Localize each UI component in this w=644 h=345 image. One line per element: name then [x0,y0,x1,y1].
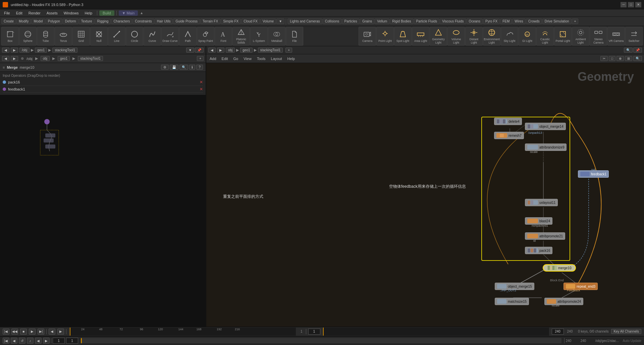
tool-volumelight[interactable]: Volume Light [447,27,465,46]
right-pin-btn[interactable]: 📌 [633,48,642,53]
right-stacking-btn[interactable]: stackingTool1 [258,48,283,53]
nav-fwd-btn[interactable]: ▶ [11,48,18,53]
node-zoom-btn[interactable]: 🔍 [179,65,188,70]
tool-grid[interactable]: Grid [72,27,90,46]
tool-gilight[interactable]: GI GI Light [519,27,536,46]
rt-zoom-btn[interactable]: 🔍 [633,56,642,61]
right-nav-fwd[interactable]: ▶ [217,48,224,53]
pb-subframe-input[interactable] [66,338,78,344]
tool-sphere[interactable]: Sphere [19,27,37,46]
tool-tube[interactable]: Tube [37,27,54,46]
toolbar-terrainfx[interactable]: Terrain FX [200,18,220,24]
rt-grid-btn[interactable]: ⊞ [625,56,632,61]
toolbar-volume[interactable]: Volume [260,18,276,24]
node-save-btn[interactable]: 💾 [170,65,178,70]
tool-envlight[interactable]: Environment Light [483,27,500,46]
menu-render[interactable]: Render [26,10,43,16]
tool-font[interactable]: A Font [215,27,232,46]
node-obj-btn[interactable]: obj [41,56,50,61]
toolbar-particles[interactable]: Particles [342,18,360,24]
node-merge10[interactable]: merge10 [543,264,576,272]
toolbar-polygon[interactable]: Polygon [46,18,62,24]
tool-drawcurve[interactable]: Draw Curve [161,27,179,46]
toolbar-lightscameras[interactable]: Lights and Cameras [287,18,322,24]
close-button[interactable]: ✕ [635,2,641,7]
tool-spraypaint[interactable]: Spray Paint [197,27,214,46]
tl-stop-btn[interactable]: ■ [20,329,27,335]
toolbar-simplefx[interactable]: Simple FX [221,18,241,24]
tl-play-btn[interactable]: ▶ [29,329,36,335]
right-search-btn[interactable]: 🔍 [624,48,633,53]
menu-edit[interactable]: Edit [13,10,25,16]
obj-path-btn[interactable]: /obj [19,48,30,53]
node-delete4[interactable]: delete4 [494,118,522,125]
node-attribrandomize9[interactable]: attribrandomize9 [525,143,567,151]
node-back-btn[interactable]: ◀ [2,56,9,61]
node-objectmerge14[interactable]: object_merge14 [525,123,566,130]
stackingtool-path-btn[interactable]: stackingTool1 [52,48,77,53]
node-feedback1[interactable]: null feedback1 [578,170,609,178]
toolbar-rigidbodies[interactable]: Rigid Bodies [390,18,413,24]
node-info-btn[interactable]: ℹ [189,65,195,70]
tool-file[interactable]: File [286,27,303,46]
window-controls[interactable]: ─ □ ✕ [621,2,641,7]
toolbar-vellum[interactable]: Vellum [375,18,389,24]
menu-assets[interactable]: Assets [44,10,60,16]
right-add-tab-btn[interactable]: + [285,48,292,53]
toolbar-modify[interactable]: Modify [16,18,31,24]
rtoolbar-tools[interactable]: Tools [256,56,267,61]
timeline-scrub-bar[interactable] [323,328,549,336]
rt-paste-btn[interactable]: ⊕ [616,56,624,61]
toolbar-constraints[interactable]: Constraints [132,18,154,24]
node-settings-btn[interactable]: ⚙ [161,65,169,70]
nav-back-btn[interactable]: ◀ [2,48,9,53]
toolbar-oceans[interactable]: Oceans [467,18,483,24]
input-remove-feedback1[interactable]: ✕ [200,87,203,92]
toolbar-collisions[interactable]: Collisions [323,18,342,24]
tool-line[interactable]: Line [108,27,125,46]
toolbar-create[interactable]: Create [1,18,16,24]
node-add-btn[interactable]: + [197,56,204,61]
key-all-channels-btn[interactable]: Key All Channels [611,329,641,334]
node-remesh7[interactable]: remesh7 [494,132,524,139]
tool-skylight[interactable]: Sky Light [501,27,518,46]
tool-causticlight[interactable]: Caustic Light [536,27,554,46]
tool-spotlight[interactable]: Spot Light [394,27,412,46]
menu-file[interactable]: File [1,10,13,16]
node-blast24[interactable]: blast24 [525,217,552,225]
node-attribpromote24[interactable]: attribpromote24 [544,298,583,305]
toolbar-deform[interactable]: Deform [63,18,78,24]
node-canvas[interactable]: Geometry [206,63,644,327]
toolbar-hairutils[interactable]: Hair Utils [155,18,173,24]
node-attribpromote21[interactable]: attribpromote21 [525,232,565,240]
input-remove-pack16[interactable]: ✕ [200,80,203,84]
right-nav-back[interactable]: ◀ [208,48,216,53]
rtoolbar-layout[interactable]: Layout [270,56,283,61]
pb-snap-start[interactable]: |◀ [3,338,9,344]
tool-distantlight[interactable]: Distant Light [465,27,483,46]
pb-snap-end[interactable]: ◀ [11,338,17,344]
pb-step-fwd[interactable]: ▶ [43,338,50,344]
rt-copy-btn[interactable]: □ [609,56,615,61]
tool-camera[interactable]: Camera [359,27,376,46]
pb-loop-icon[interactable]: ↺ [19,338,25,344]
tool-geolight[interactable]: Geometry Light [430,27,447,46]
tool-lsystem[interactable]: L-System [250,27,268,46]
toolbar-more[interactable]: ▼ [276,18,284,24]
tl-next-frame[interactable]: ▶ [57,329,64,335]
node-stacking-btn[interactable]: stackingTool1 [78,56,103,61]
toolbar-crowds[interactable]: Crowds [526,18,542,24]
rtoolbar-view[interactable]: View [242,56,253,61]
right-geo1-btn[interactable]: geo1 [240,48,252,53]
tool-switcher[interactable]: Switcher [625,27,643,46]
toolbar-rigging[interactable]: Rigging [95,18,111,24]
tool-metaball[interactable]: Metaball [268,27,285,46]
timeline-track[interactable]: 24 48 72 96 120 144 168 192 216 [70,328,296,336]
minimize-button[interactable]: ─ [621,2,627,7]
pb-scrub-bar[interactable] [81,338,561,343]
node-pack16[interactable]: pack16 [525,247,552,254]
toolbar-more2[interactable]: + [572,18,579,24]
toolbar-grains[interactable]: Grains [360,18,374,24]
rtoolbar-add[interactable]: Add [208,56,218,61]
right-obj-btn[interactable]: obj [226,48,235,53]
